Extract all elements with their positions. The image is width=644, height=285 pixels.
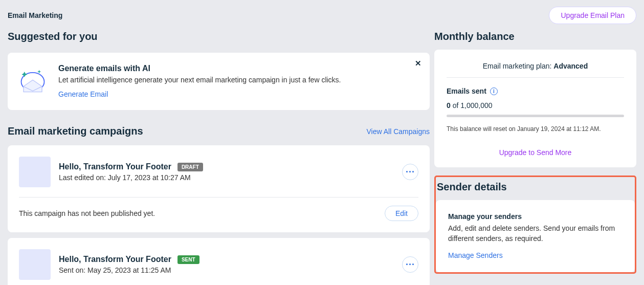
- edit-button[interactable]: Edit: [385, 206, 418, 221]
- sender-card: Manage your senders Add, edit and delete…: [436, 200, 635, 272]
- campaign-card: Hello, Transform Your Footer SENT Sent o…: [8, 238, 430, 285]
- svg-marker-2: [37, 70, 41, 73]
- count-value: 0: [447, 101, 451, 109]
- suggested-header: Suggested for you: [8, 31, 430, 42]
- ai-envelope-icon: [19, 67, 47, 95]
- view-all-campaigns-link[interactable]: View All Campaigns: [367, 127, 430, 136]
- svg-marker-1: [21, 72, 27, 77]
- count-total: of 1,000,000: [451, 101, 493, 109]
- sender-title: Manage your senders: [448, 212, 623, 221]
- plan-prefix: Email marketing plan:: [483, 62, 554, 70]
- campaign-status-note: This campaign has not been published yet…: [19, 209, 155, 217]
- sender-details-highlight: Sender details Manage your senders Add, …: [434, 176, 636, 274]
- info-icon[interactable]: i: [490, 87, 498, 95]
- emails-sent-count: 0 of 1,000,000: [447, 101, 624, 109]
- emails-sent-label: Emails sent: [447, 87, 486, 95]
- plan-name: Advanced: [553, 62, 588, 70]
- page-title: Email Marketing: [8, 11, 62, 19]
- divider: [19, 197, 418, 198]
- more-options-icon[interactable]: ···: [402, 256, 418, 273]
- suggestion-card: Generate emails with AI Let artificial i…: [8, 53, 430, 110]
- suggestion-desc: Let artificial intelligence generate you…: [58, 76, 341, 84]
- campaign-meta: Sent on: May 25, 2023 at 11:25 AM: [59, 266, 394, 274]
- reset-note: This balance will reset on January 19, 2…: [447, 125, 624, 133]
- campaign-thumbnail: [19, 249, 51, 280]
- close-icon[interactable]: ✕: [415, 59, 421, 68]
- divider: [447, 77, 624, 78]
- sender-desc: Add, edit and delete senders. Send your …: [448, 224, 623, 244]
- campaign-meta: Last edited on: July 17, 2023 at 10:27 A…: [59, 173, 394, 182]
- status-badge: SENT: [177, 255, 199, 264]
- progress-bar: [447, 115, 624, 117]
- balance-card: Email marketing plan: Advanced Emails se…: [434, 50, 636, 167]
- upgrade-send-more-link[interactable]: Upgrade to Send More: [499, 148, 572, 157]
- campaigns-header: Email marketing campaigns: [8, 125, 143, 137]
- more-options-icon[interactable]: ···: [402, 164, 418, 180]
- status-badge: DRAFT: [177, 163, 203, 171]
- suggestion-title: Generate emails with AI: [58, 64, 341, 73]
- plan-line: Email marketing plan: Advanced: [447, 62, 624, 70]
- campaign-title: Hello, Transform Your Footer: [59, 162, 171, 171]
- balance-header: Monthly balance: [434, 31, 636, 42]
- campaign-title: Hello, Transform Your Footer: [59, 255, 171, 264]
- sender-header: Sender details: [436, 177, 635, 200]
- upgrade-plan-button[interactable]: Upgrade Email Plan: [549, 7, 636, 24]
- campaign-card: Hello, Transform Your Footer DRAFT Last …: [8, 145, 430, 232]
- generate-email-link[interactable]: Generate Email: [58, 90, 108, 98]
- campaign-thumbnail: [19, 157, 51, 187]
- manage-senders-link[interactable]: Manage Senders: [448, 251, 503, 259]
